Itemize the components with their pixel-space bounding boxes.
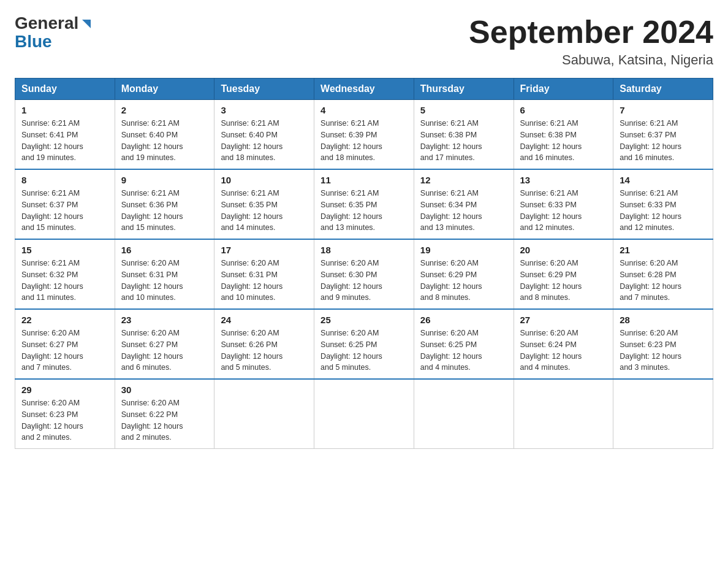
day-number: 15 bbox=[21, 245, 108, 255]
calendar-cell: 2Sunrise: 6:21 AMSunset: 6:40 PMDaylight… bbox=[115, 100, 214, 170]
day-info: Sunrise: 6:20 AMSunset: 6:31 PMDaylight:… bbox=[221, 258, 308, 304]
day-number: 13 bbox=[520, 175, 607, 185]
day-number: 28 bbox=[620, 315, 707, 325]
header-tuesday: Tuesday bbox=[214, 79, 314, 100]
header-monday: Monday bbox=[115, 79, 214, 100]
day-info: Sunrise: 6:20 AMSunset: 6:25 PMDaylight:… bbox=[420, 327, 507, 373]
day-info: Sunrise: 6:20 AMSunset: 6:27 PMDaylight:… bbox=[21, 327, 108, 373]
day-info: Sunrise: 6:20 AMSunset: 6:30 PMDaylight:… bbox=[320, 258, 408, 304]
day-info: Sunrise: 6:20 AMSunset: 6:25 PMDaylight:… bbox=[320, 327, 408, 373]
header-sunday: Sunday bbox=[15, 79, 115, 100]
day-number: 1 bbox=[21, 105, 108, 115]
day-info: Sunrise: 6:21 AMSunset: 6:33 PMDaylight:… bbox=[520, 188, 607, 234]
logo-general-text: General bbox=[15, 15, 78, 32]
calendar-cell: 20Sunrise: 6:20 AMSunset: 6:29 PMDayligh… bbox=[514, 239, 613, 309]
day-number: 20 bbox=[520, 245, 607, 255]
calendar-cell: 19Sunrise: 6:20 AMSunset: 6:29 PMDayligh… bbox=[414, 239, 514, 309]
calendar-cell: 3Sunrise: 6:21 AMSunset: 6:40 PMDaylight… bbox=[214, 100, 314, 170]
day-number: 19 bbox=[420, 245, 507, 255]
day-info: Sunrise: 6:21 AMSunset: 6:40 PMDaylight:… bbox=[121, 118, 208, 164]
calendar-cell: 22Sunrise: 6:20 AMSunset: 6:27 PMDayligh… bbox=[15, 309, 115, 379]
day-info: Sunrise: 6:21 AMSunset: 6:37 PMDaylight:… bbox=[21, 188, 108, 234]
day-number: 11 bbox=[320, 175, 408, 185]
svg-marker-0 bbox=[82, 20, 91, 28]
calendar-cell: 30Sunrise: 6:20 AMSunset: 6:22 PMDayligh… bbox=[115, 379, 214, 449]
day-info: Sunrise: 6:21 AMSunset: 6:35 PMDaylight:… bbox=[320, 188, 408, 234]
calendar-cell: 15Sunrise: 6:21 AMSunset: 6:32 PMDayligh… bbox=[15, 239, 115, 309]
day-number: 2 bbox=[121, 105, 208, 115]
calendar-cell: 13Sunrise: 6:21 AMSunset: 6:33 PMDayligh… bbox=[514, 169, 613, 239]
day-number: 29 bbox=[21, 385, 108, 395]
day-info: Sunrise: 6:20 AMSunset: 6:29 PMDaylight:… bbox=[520, 258, 607, 304]
page-header: General Blue September 2024 Sabuwa, Kats… bbox=[15, 15, 713, 68]
day-number: 17 bbox=[221, 245, 308, 255]
calendar-cell: 27Sunrise: 6:20 AMSunset: 6:24 PMDayligh… bbox=[514, 309, 613, 379]
day-info: Sunrise: 6:20 AMSunset: 6:31 PMDaylight:… bbox=[121, 258, 208, 304]
day-info: Sunrise: 6:21 AMSunset: 6:37 PMDaylight:… bbox=[620, 118, 707, 164]
day-number: 25 bbox=[320, 315, 408, 325]
day-info: Sunrise: 6:20 AMSunset: 6:22 PMDaylight:… bbox=[121, 397, 208, 443]
calendar-cell: 14Sunrise: 6:21 AMSunset: 6:33 PMDayligh… bbox=[613, 169, 713, 239]
logo-triangle-icon bbox=[80, 17, 93, 31]
day-number: 8 bbox=[21, 175, 108, 185]
calendar-cell: 18Sunrise: 6:20 AMSunset: 6:30 PMDayligh… bbox=[314, 239, 414, 309]
logo-blue-text: Blue bbox=[15, 32, 52, 51]
header-saturday: Saturday bbox=[613, 79, 713, 100]
week-row-3: 15Sunrise: 6:21 AMSunset: 6:32 PMDayligh… bbox=[15, 239, 713, 309]
day-info: Sunrise: 6:20 AMSunset: 6:29 PMDaylight:… bbox=[420, 258, 507, 304]
month-title: September 2024 bbox=[469, 15, 713, 50]
calendar-cell: 17Sunrise: 6:20 AMSunset: 6:31 PMDayligh… bbox=[214, 239, 314, 309]
day-number: 14 bbox=[620, 175, 707, 185]
calendar-cell bbox=[414, 379, 514, 449]
day-number: 27 bbox=[520, 315, 607, 325]
calendar-cell: 7Sunrise: 6:21 AMSunset: 6:37 PMDaylight… bbox=[613, 100, 713, 170]
calendar-cell: 11Sunrise: 6:21 AMSunset: 6:35 PMDayligh… bbox=[314, 169, 414, 239]
day-number: 26 bbox=[420, 315, 507, 325]
day-number: 7 bbox=[620, 105, 707, 115]
day-info: Sunrise: 6:21 AMSunset: 6:40 PMDaylight:… bbox=[221, 118, 308, 164]
day-number: 5 bbox=[420, 105, 507, 115]
day-info: Sunrise: 6:20 AMSunset: 6:28 PMDaylight:… bbox=[620, 258, 707, 304]
calendar-cell: 5Sunrise: 6:21 AMSunset: 6:38 PMDaylight… bbox=[414, 100, 514, 170]
day-number: 4 bbox=[320, 105, 408, 115]
day-number: 12 bbox=[420, 175, 507, 185]
day-number: 3 bbox=[221, 105, 308, 115]
calendar-cell: 26Sunrise: 6:20 AMSunset: 6:25 PMDayligh… bbox=[414, 309, 514, 379]
day-info: Sunrise: 6:21 AMSunset: 6:41 PMDaylight:… bbox=[21, 118, 108, 164]
day-info: Sunrise: 6:21 AMSunset: 6:39 PMDaylight:… bbox=[320, 118, 408, 164]
day-info: Sunrise: 6:21 AMSunset: 6:34 PMDaylight:… bbox=[420, 188, 507, 234]
day-info: Sunrise: 6:20 AMSunset: 6:24 PMDaylight:… bbox=[520, 327, 607, 373]
calendar-cell: 29Sunrise: 6:20 AMSunset: 6:23 PMDayligh… bbox=[15, 379, 115, 449]
day-number: 9 bbox=[121, 175, 208, 185]
calendar-cell bbox=[514, 379, 613, 449]
day-info: Sunrise: 6:21 AMSunset: 6:33 PMDaylight:… bbox=[620, 188, 707, 234]
calendar-cell: 25Sunrise: 6:20 AMSunset: 6:25 PMDayligh… bbox=[314, 309, 414, 379]
day-info: Sunrise: 6:20 AMSunset: 6:23 PMDaylight:… bbox=[21, 397, 108, 443]
week-row-4: 22Sunrise: 6:20 AMSunset: 6:27 PMDayligh… bbox=[15, 309, 713, 379]
calendar-cell: 10Sunrise: 6:21 AMSunset: 6:35 PMDayligh… bbox=[214, 169, 314, 239]
header-wednesday: Wednesday bbox=[314, 79, 414, 100]
calendar-cell: 1Sunrise: 6:21 AMSunset: 6:41 PMDaylight… bbox=[15, 100, 115, 170]
day-info: Sunrise: 6:20 AMSunset: 6:26 PMDaylight:… bbox=[221, 327, 308, 373]
week-row-1: 1Sunrise: 6:21 AMSunset: 6:41 PMDaylight… bbox=[15, 100, 713, 170]
day-number: 21 bbox=[620, 245, 707, 255]
day-info: Sunrise: 6:21 AMSunset: 6:38 PMDaylight:… bbox=[420, 118, 507, 164]
title-block: September 2024 Sabuwa, Katsina, Nigeria bbox=[469, 15, 713, 68]
day-info: Sunrise: 6:21 AMSunset: 6:32 PMDaylight:… bbox=[21, 258, 108, 304]
calendar-header-row: SundayMondayTuesdayWednesdayThursdayFrid… bbox=[15, 79, 713, 100]
day-info: Sunrise: 6:20 AMSunset: 6:27 PMDaylight:… bbox=[121, 327, 208, 373]
week-row-5: 29Sunrise: 6:20 AMSunset: 6:23 PMDayligh… bbox=[15, 379, 713, 449]
day-info: Sunrise: 6:21 AMSunset: 6:36 PMDaylight:… bbox=[121, 188, 208, 234]
day-info: Sunrise: 6:21 AMSunset: 6:35 PMDaylight:… bbox=[221, 188, 308, 234]
calendar-cell bbox=[613, 379, 713, 449]
day-number: 16 bbox=[121, 245, 208, 255]
calendar-cell: 21Sunrise: 6:20 AMSunset: 6:28 PMDayligh… bbox=[613, 239, 713, 309]
calendar-cell: 16Sunrise: 6:20 AMSunset: 6:31 PMDayligh… bbox=[115, 239, 214, 309]
calendar-cell: 23Sunrise: 6:20 AMSunset: 6:27 PMDayligh… bbox=[115, 309, 214, 379]
day-info: Sunrise: 6:21 AMSunset: 6:38 PMDaylight:… bbox=[520, 118, 607, 164]
day-number: 18 bbox=[320, 245, 408, 255]
calendar-cell bbox=[214, 379, 314, 449]
header-thursday: Thursday bbox=[414, 79, 514, 100]
calendar-cell: 24Sunrise: 6:20 AMSunset: 6:26 PMDayligh… bbox=[214, 309, 314, 379]
day-number: 24 bbox=[221, 315, 308, 325]
